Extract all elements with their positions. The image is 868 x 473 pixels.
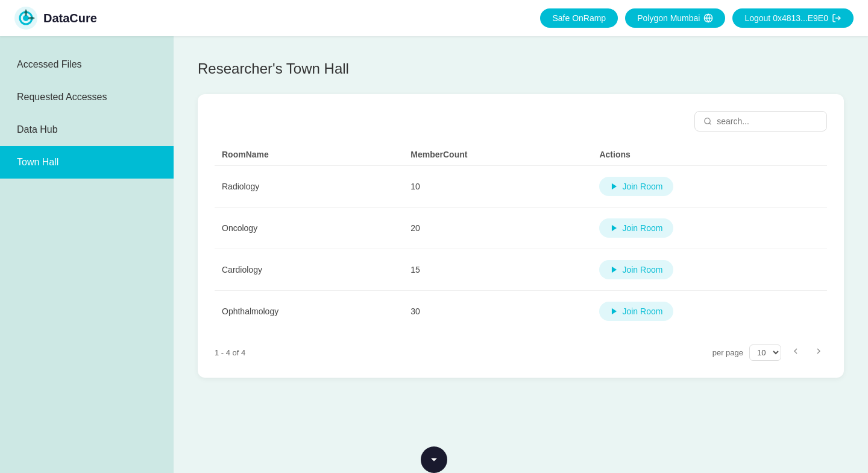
logout-button[interactable]: Logout 0x4813...E9E0 bbox=[732, 8, 854, 28]
pagination-right: per page 10 25 50 bbox=[712, 344, 827, 361]
svg-marker-10 bbox=[612, 308, 617, 315]
next-page-button[interactable] bbox=[810, 344, 827, 361]
chevron-left-icon bbox=[791, 346, 800, 356]
sidebar: Accessed Files Requested Accesses Data H… bbox=[0, 36, 174, 473]
table-body: Radiology 10 Join Room Oncology 20 Join bbox=[215, 166, 827, 332]
polygon-mumbai-button[interactable]: Polygon Mumbai bbox=[625, 8, 725, 28]
logo-area: DataCure bbox=[14, 7, 97, 30]
pagination-row: 1 - 4 of 4 per page 10 25 50 bbox=[215, 344, 827, 361]
sidebar-item-data-hub[interactable]: Data Hub bbox=[0, 113, 174, 146]
cell-action: Join Room bbox=[592, 166, 827, 208]
sidebar-item-requested-accesses[interactable]: Requested Accesses bbox=[0, 81, 174, 113]
join-room-button[interactable]: Join Room bbox=[599, 302, 673, 321]
sidebar-item-town-hall[interactable]: Town Hall bbox=[0, 146, 174, 179]
cell-member-count: 20 bbox=[403, 208, 592, 249]
avatar-icon bbox=[428, 454, 440, 466]
prev-page-button[interactable] bbox=[787, 344, 804, 361]
polygon-button-label: Polygon Mumbai bbox=[637, 13, 700, 23]
cell-member-count: 10 bbox=[403, 166, 592, 208]
table-row: Ophthalmology 30 Join Room bbox=[215, 291, 827, 332]
network-icon bbox=[703, 13, 713, 23]
app-header: DataCure Safe OnRamp Polygon Mumbai Logo… bbox=[0, 0, 868, 36]
table-row: Oncology 20 Join Room bbox=[215, 208, 827, 249]
chevron-right-icon bbox=[814, 346, 823, 356]
body-wrap: Accessed Files Requested Accesses Data H… bbox=[0, 36, 868, 473]
play-icon bbox=[610, 182, 618, 191]
table-row: Radiology 10 Join Room bbox=[215, 166, 827, 208]
cell-room-name: Cardiology bbox=[215, 249, 403, 291]
sidebar-item-accessed-files[interactable]: Accessed Files bbox=[0, 48, 174, 81]
col-member-count: MemberCount bbox=[403, 144, 592, 166]
header-actions: Safe OnRamp Polygon Mumbai Logout 0x4813… bbox=[540, 8, 854, 28]
svg-marker-9 bbox=[612, 267, 617, 273]
cell-room-name: Ophthalmology bbox=[215, 291, 403, 332]
svg-marker-8 bbox=[612, 225, 617, 232]
logo-icon bbox=[14, 7, 37, 30]
logout-icon bbox=[832, 13, 841, 23]
table-header: RoomName MemberCount Actions bbox=[215, 144, 827, 166]
svg-point-5 bbox=[705, 118, 710, 124]
svg-marker-7 bbox=[612, 183, 617, 190]
cell-room-name: Oncology bbox=[215, 208, 403, 249]
pagination-summary: 1 - 4 of 4 bbox=[215, 348, 245, 357]
play-icon bbox=[610, 307, 618, 316]
cell-action: Join Room bbox=[592, 291, 827, 332]
join-room-button[interactable]: Join Room bbox=[599, 177, 673, 196]
table-card: RoomName MemberCount Actions Radiology 1… bbox=[198, 94, 844, 378]
search-input[interactable] bbox=[717, 116, 818, 126]
cell-action: Join Room bbox=[592, 249, 827, 291]
cell-member-count: 15 bbox=[403, 249, 592, 291]
search-box[interactable] bbox=[694, 111, 827, 132]
join-room-button[interactable]: Join Room bbox=[599, 260, 673, 279]
logo-text: DataCure bbox=[43, 11, 97, 25]
join-room-button[interactable]: Join Room bbox=[599, 218, 673, 238]
cell-action: Join Room bbox=[592, 208, 827, 249]
per-page-label: per page bbox=[712, 348, 743, 357]
col-room-name: RoomName bbox=[215, 144, 403, 166]
logout-label: Logout 0x4813...E9E0 bbox=[744, 13, 828, 23]
table-search-row bbox=[215, 111, 827, 132]
main-content: Researcher's Town Hall RoomName Memb bbox=[174, 36, 868, 473]
svg-line-6 bbox=[709, 123, 711, 125]
play-icon bbox=[610, 265, 618, 274]
rooms-table: RoomName MemberCount Actions Radiology 1… bbox=[215, 144, 827, 332]
cell-member-count: 30 bbox=[403, 291, 592, 332]
col-actions: Actions bbox=[592, 144, 827, 166]
play-icon bbox=[610, 224, 618, 232]
search-icon bbox=[703, 116, 712, 126]
safe-onramp-button[interactable]: Safe OnRamp bbox=[540, 8, 618, 28]
avatar[interactable] bbox=[421, 446, 447, 473]
page-title: Researcher's Town Hall bbox=[198, 60, 844, 77]
table-row: Cardiology 15 Join Room bbox=[215, 249, 827, 291]
per-page-select[interactable]: 10 25 50 bbox=[749, 344, 781, 361]
cell-room-name: Radiology bbox=[215, 166, 403, 208]
